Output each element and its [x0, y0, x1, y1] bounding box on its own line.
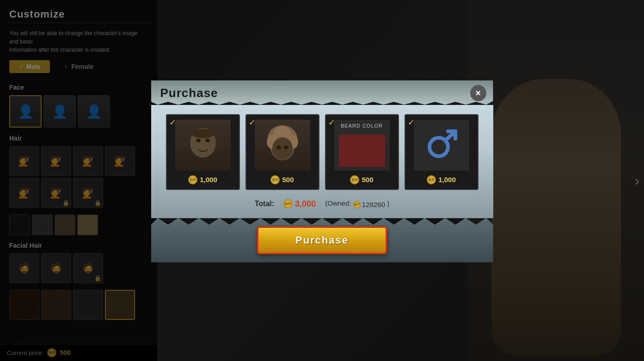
item-card-face: ✓ — [166, 114, 240, 190]
modal-body: ✓ — [151, 105, 493, 218]
item-card-gender: ✓ BP — [405, 114, 478, 190]
hair-item-price: BP 500 — [270, 175, 294, 184]
owned-text: (Owned: BP 128260 ) — [325, 199, 389, 208]
total-coin-icon: BP — [283, 199, 293, 208]
svg-point-11 — [284, 146, 288, 149]
modal-header: Purchase × — [151, 80, 493, 105]
purchase-modal: Purchase × ✓ — [151, 80, 493, 263]
total-amount: BP 3,000 — [283, 199, 316, 209]
beard-color-swatch — [339, 135, 385, 167]
beard-color-label: BEARD COLOR — [341, 123, 383, 128]
male-symbol-svg — [424, 128, 459, 162]
item-card-hair: ✓ — [245, 114, 319, 190]
gender-coin-icon: BP — [427, 175, 436, 184]
purchase-items-row: ✓ — [160, 114, 484, 190]
svg-point-3 — [191, 129, 215, 138]
modal-overlay: Purchase × ✓ — [0, 0, 644, 361]
svg-point-2 — [205, 139, 210, 142]
total-label: Total: — [255, 200, 274, 208]
face-coin-icon: BP — [188, 175, 197, 184]
gender-item-image — [414, 120, 469, 171]
svg-point-9 — [272, 137, 293, 159]
face-item-price: BP 1,000 — [188, 175, 217, 184]
beard-item-price: BP 500 — [350, 175, 373, 184]
face-svg — [184, 124, 221, 166]
face-item-image — [175, 120, 231, 171]
item-card-beard-color: ✓ BEARD COLOR BP 500 — [325, 114, 399, 190]
gender-item-price: BP 1,000 — [427, 175, 456, 184]
modal-title: Purchase — [160, 86, 218, 100]
hair-coin-icon: BP — [270, 175, 280, 184]
purchase-button[interactable]: Purchase — [257, 226, 387, 254]
total-value: 3,000 — [295, 199, 316, 209]
hair-item-image — [255, 120, 310, 171]
close-button[interactable]: × — [470, 85, 486, 101]
hair-svg — [264, 124, 301, 166]
owned-coin-icon: BP — [353, 201, 361, 208]
beard-coin-icon: BP — [350, 175, 359, 184]
svg-point-10 — [276, 146, 281, 149]
beard-color-image: BEARD COLOR — [334, 120, 390, 171]
modal-footer: Purchase — [151, 218, 493, 263]
svg-point-1 — [196, 139, 201, 142]
total-row: Total: BP 3,000 (Owned: BP 128260 ) — [160, 199, 484, 209]
